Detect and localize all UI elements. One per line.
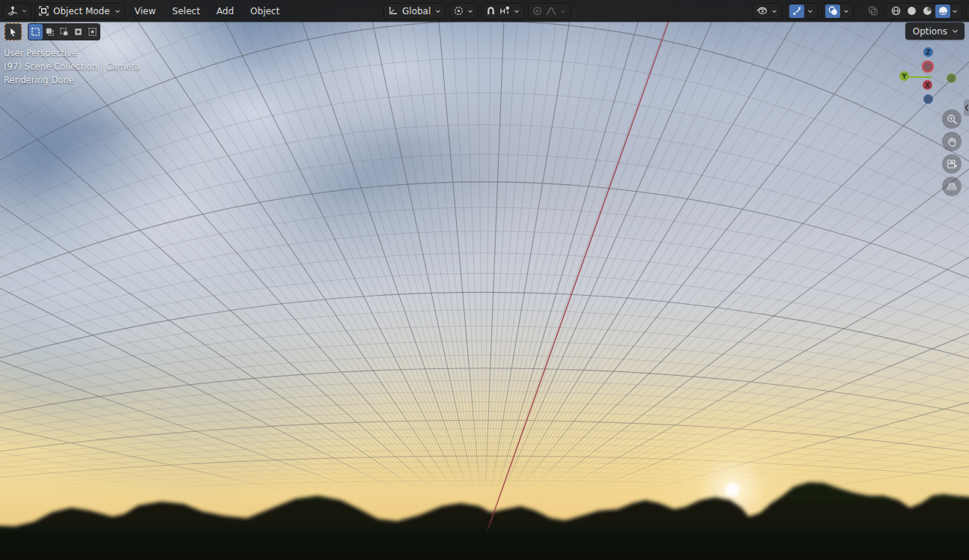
chevron-down-icon bbox=[771, 7, 778, 15]
mode-label: Object Mode bbox=[52, 6, 112, 16]
select-cursor-icon bbox=[8, 27, 18, 37]
snapping-controls[interactable] bbox=[482, 3, 524, 19]
header-left: Object Mode View Select Add Object bbox=[3, 0, 286, 22]
y-axis-stem bbox=[908, 76, 932, 78]
object-visibility-dropdown[interactable] bbox=[752, 3, 782, 19]
pivot-point-dropdown[interactable] bbox=[449, 3, 478, 19]
menu-object[interactable]: Object bbox=[243, 0, 286, 22]
chevron-down-icon bbox=[842, 7, 850, 15]
shading-mode-group bbox=[884, 3, 962, 19]
viewport-overlay-text: User Perspective (97) Scene Collection |… bbox=[4, 46, 140, 87]
magnifier-plus-icon bbox=[947, 114, 958, 125]
shading-rendered-button[interactable] bbox=[935, 4, 950, 18]
options-button[interactable]: Options bbox=[905, 22, 965, 40]
gizmo-toggle-state bbox=[789, 4, 804, 18]
gizmo-axis-z-negative[interactable] bbox=[923, 94, 933, 104]
menu-object-label: Object bbox=[250, 6, 279, 16]
object-visibility-eye-icon bbox=[756, 5, 768, 16]
select-set-icon bbox=[31, 27, 40, 37]
header-right bbox=[752, 0, 969, 22]
menu-view-label: View bbox=[135, 6, 156, 16]
select-intersect-icon bbox=[88, 27, 97, 37]
camera-view-button[interactable] bbox=[942, 154, 962, 174]
pan-button[interactable] bbox=[942, 132, 962, 151]
editor-type-button[interactable] bbox=[3, 3, 31, 19]
x-axis-line bbox=[0, 0, 969, 560]
shading-wireframe-button[interactable] bbox=[888, 4, 903, 18]
hand-icon bbox=[947, 136, 958, 147]
camera-icon bbox=[946, 159, 958, 170]
chevron-down-icon bbox=[114, 7, 121, 15]
gizmo-axis-z-positive[interactable]: Z bbox=[923, 47, 933, 57]
xray-squares-icon bbox=[867, 5, 879, 16]
select-mode-group bbox=[28, 23, 100, 40]
proportional-circle-icon bbox=[532, 5, 543, 16]
tool-settings-row bbox=[4, 23, 100, 40]
chevron-down-icon bbox=[21, 7, 28, 14]
header-center: Global bbox=[383, 0, 571, 22]
transform-orientation-dropdown[interactable]: Global bbox=[383, 3, 446, 19]
scene-collection-label: (97) Scene Collection | Camera bbox=[4, 60, 140, 73]
falloff-curve-icon bbox=[545, 5, 557, 16]
chevron-down-icon bbox=[559, 7, 567, 15]
blender-window: User Perspective (97) Scene Collection |… bbox=[0, 0, 969, 560]
chevron-down-icon bbox=[434, 7, 442, 15]
3d-viewport-editor-icon bbox=[7, 5, 19, 16]
select-mode-set[interactable] bbox=[28, 24, 43, 40]
pivot-point-icon bbox=[453, 5, 464, 16]
magnet-icon bbox=[485, 5, 496, 16]
shading-rendered-icon bbox=[938, 5, 949, 16]
orientation-axes-icon bbox=[387, 5, 398, 16]
pause-render-button[interactable] bbox=[966, 3, 969, 19]
chevron-down-icon bbox=[951, 7, 959, 15]
active-tool-button[interactable] bbox=[4, 23, 22, 40]
render-status-label: Rendering Done bbox=[4, 73, 140, 87]
select-mode-intersect[interactable] bbox=[85, 24, 100, 40]
menu-add-label: Add bbox=[216, 6, 234, 16]
gizmo-axis-x-negative[interactable] bbox=[922, 61, 934, 73]
view-perspective-label: User Perspective bbox=[4, 46, 140, 60]
shading-wireframe-icon bbox=[890, 5, 902, 16]
axis-z-label: Z bbox=[926, 49, 931, 56]
chevron-down-icon bbox=[951, 27, 959, 35]
xray-toggle[interactable] bbox=[866, 4, 881, 18]
axis-x-label: X bbox=[925, 82, 930, 89]
show-gizmo-toggle[interactable] bbox=[786, 3, 818, 19]
viewport-nav-buttons bbox=[942, 109, 962, 196]
select-invert-icon bbox=[73, 27, 83, 37]
shading-solid-icon bbox=[906, 5, 917, 16]
chevron-down-icon bbox=[513, 7, 520, 15]
menu-select-label: Select bbox=[172, 6, 200, 16]
show-overlays-toggle[interactable] bbox=[821, 3, 854, 19]
select-extend-icon bbox=[45, 27, 55, 37]
shading-solid-button[interactable] bbox=[904, 4, 919, 18]
perspective-grid-icon bbox=[946, 181, 958, 192]
toggle-perspective-button[interactable] bbox=[942, 177, 962, 196]
select-mode-subtract[interactable] bbox=[57, 24, 71, 40]
object-mode-icon bbox=[38, 5, 49, 16]
overlays-circles-icon bbox=[827, 5, 839, 16]
menu-select[interactable]: Select bbox=[165, 0, 207, 22]
gizmo-axis-y-negative[interactable] bbox=[947, 73, 956, 83]
chevron-left-icon bbox=[965, 104, 969, 112]
viewport-header: Object Mode View Select Add Object Globa… bbox=[0, 0, 969, 22]
gizmo-axis-y-positive[interactable]: Y bbox=[899, 71, 909, 81]
shading-material-button[interactable] bbox=[920, 4, 935, 18]
shading-material-icon bbox=[922, 5, 933, 16]
proportional-editing-controls[interactable] bbox=[528, 3, 571, 19]
overlays-toggle-state bbox=[825, 4, 840, 18]
menu-add[interactable]: Add bbox=[210, 0, 240, 22]
chevron-down-icon bbox=[467, 7, 474, 15]
orientation-label: Global bbox=[401, 6, 432, 16]
gizmo-arrow-icon bbox=[792, 5, 803, 16]
zoom-button[interactable] bbox=[942, 109, 962, 129]
mode-selector-dropdown[interactable]: Object Mode bbox=[34, 3, 125, 19]
select-mode-invert[interactable] bbox=[71, 24, 85, 40]
select-mode-extend[interactable] bbox=[43, 24, 57, 40]
snap-increment-icon bbox=[499, 5, 511, 16]
sidebar-toggle-tab[interactable] bbox=[964, 100, 969, 116]
axis-y-label: Y bbox=[902, 73, 907, 80]
navigation-gizmo[interactable]: Z Y X bbox=[895, 45, 966, 112]
gizmo-axis-x-positive[interactable]: X bbox=[923, 80, 932, 90]
menu-view[interactable]: View bbox=[128, 0, 162, 22]
